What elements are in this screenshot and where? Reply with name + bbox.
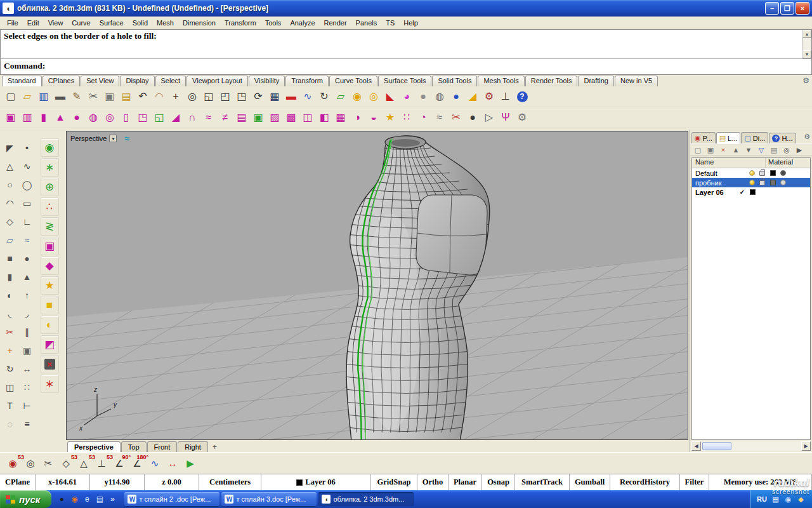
column-name[interactable]: Name [692,158,766,168]
control-point[interactable]: △ [1,157,18,175]
viewport-title[interactable]: Perspective ▾ ≈ [70,133,129,144]
view-tab-front[interactable]: Front [147,441,178,452]
ts-torus[interactable]: ◎ [102,109,118,126]
toolbar-tab-new-in-v5[interactable]: New in V5 [615,76,658,86]
scrollbar-thumb[interactable] [702,442,731,450]
tsplines-mode-icon[interactable]: ≈ [124,133,129,144]
ts-cage[interactable]: ▩ [283,109,299,126]
ts-toggle-smooth[interactable]: ▣ [250,109,266,126]
scroll-left-icon[interactable]: ◀ [691,441,701,451]
osnap-curve[interactable]: ∿ [146,455,164,472]
tray-keyboard[interactable]: ▤ [771,495,780,504]
viewport-layout[interactable]: ▦ [266,88,283,105]
copy[interactable]: ▣ [102,88,118,105]
status-smarttrack[interactable]: SmartTrack [515,474,570,490]
cut[interactable]: ✂ [85,88,102,105]
osnap-angle-90[interactable]: ∠90° [110,455,128,472]
options-gears[interactable]: ⚙ [481,88,497,105]
toolbar-tab-surface-tools[interactable]: Surface Tools [378,76,431,86]
panel-tab-layers[interactable]: ▤L... [716,132,741,144]
box[interactable]: ■ [1,249,18,267]
status-planar[interactable]: Planar [449,474,482,490]
ts-cylinder[interactable]: ▮ [36,109,52,126]
cplane-sphere[interactable]: ⊕ [41,178,59,196]
rotate[interactable]: ↻ [1,359,18,378]
menu-view[interactable]: View [44,18,68,28]
rectangle[interactable]: ▭ [18,194,36,212]
undo[interactable]: ↶ [134,88,151,105]
layer-material-icon[interactable] [780,180,786,185]
polyline[interactable]: ∟ [18,212,36,231]
view-tab-perspective[interactable]: Perspective [67,441,121,452]
menu-mesh[interactable]: Mesh [152,18,178,28]
toolbar-tab-mesh-tools[interactable]: Mesh Tools [478,76,524,86]
menu-tools[interactable]: Tools [261,18,286,28]
layer-color-swatch[interactable] [750,189,756,195]
sphere[interactable]: ● [18,249,36,267]
menu-analyze[interactable]: Analyze [285,18,319,28]
lamp-on[interactable]: ◉ [349,88,365,105]
layer-visibility-bulb-icon[interactable] [749,180,755,185]
panel-horizontal-scrollbar[interactable]: ◀ ▶ [691,441,811,451]
view-tab-top[interactable]: Top [121,441,147,452]
tray-status-1[interactable]: ◉ [783,495,793,504]
osnap-intersection[interactable]: △53 [75,455,93,472]
rotate-view[interactable]: ⟳ [250,88,266,105]
circle[interactable]: ○ [1,175,18,194]
ts-delete-face[interactable]: ▨ [266,109,283,126]
ts-weld[interactable]: ≈ [200,109,217,126]
expand-panel[interactable]: ▶ [794,145,804,155]
status-y114-90[interactable]: y114.90 [90,474,145,490]
minimize-button[interactable]: – [765,2,779,15]
layer-row-layer-06[interactable]: Layer 06✓ [692,187,810,197]
ts-plane[interactable]: ▥ [19,109,36,126]
perspective-viewport[interactable]: zxy Perspective ▾ ≈ [66,131,688,440]
dimension-tool[interactable]: ⊥ [497,88,514,105]
trim[interactable]: ✂ [1,323,18,341]
ts-arrow[interactable]: ▷ [481,109,497,126]
arc[interactable]: ◠ [1,194,18,212]
menu-dimension[interactable]: Dimension [178,18,220,28]
ts-smooth[interactable]: ◔ [415,109,431,126]
scroll-right-icon[interactable]: ▶ [801,441,811,451]
point[interactable]: • [18,138,36,157]
osnap-angle-180[interactable]: ∠180° [128,455,146,472]
panel-tab-properties[interactable]: ◉P... [691,132,716,144]
mirror[interactable]: ◫ [1,378,18,396]
zoom-extents[interactable]: ◳ [233,88,250,105]
menu-help[interactable]: Help [399,18,422,28]
lamp-alt[interactable]: ◎ [365,88,382,105]
chamfer[interactable]: ◞ [18,304,36,323]
cylinder[interactable]: ▮ [1,267,18,286]
menu-ts[interactable]: TS [381,18,399,28]
display-mode-car[interactable]: ▬ [283,88,299,105]
panel-tab-display[interactable]: ▢Di... [741,132,768,144]
toolbar-tab-transform[interactable]: Transform [285,76,329,86]
skew-arrows[interactable]: ≷ [41,217,59,236]
ts-slant-box[interactable]: ◩ [41,335,59,354]
object-properties[interactable]: ≡ [18,415,36,433]
current-layer-check[interactable]: ✓ [737,189,747,196]
boolean[interactable]: ◐ [1,286,18,304]
status-filter[interactable]: Filter [680,474,709,490]
new-sublayer[interactable]: ▣ [705,145,716,155]
ts-sphere[interactable]: ● [69,109,85,126]
open-file[interactable]: ▱ [19,88,36,105]
ts-extrude[interactable]: ◳ [134,109,151,126]
quicklaunch-app[interactable]: ● [56,493,67,505]
gear-colored[interactable]: ∗ [41,375,59,393]
ts-pipe[interactable]: ▯ [118,109,134,126]
ts-radiate[interactable]: ★ [382,109,398,126]
menu-render[interactable]: Render [320,18,351,28]
viewport-canvas[interactable]: zxy [67,131,688,440]
toolbar-options-gear-icon[interactable]: ⚙ [802,76,809,85]
status-cplane[interactable]: CPlane [0,474,36,490]
spotlight[interactable]: ◢ [464,88,481,105]
menu-file[interactable]: File [3,18,23,28]
new-layer[interactable]: ▢ [693,145,703,155]
toolbar-tab-solid-tools[interactable]: Solid Tools [432,76,477,86]
taskbar-button-1[interactable]: Wт сплайн 2 .doc [Реж... [124,492,219,506]
loft[interactable]: ≈ [18,231,36,249]
world-axes[interactable]: ∗ [41,158,59,177]
zoom-selected[interactable]: ◰ [217,88,233,105]
